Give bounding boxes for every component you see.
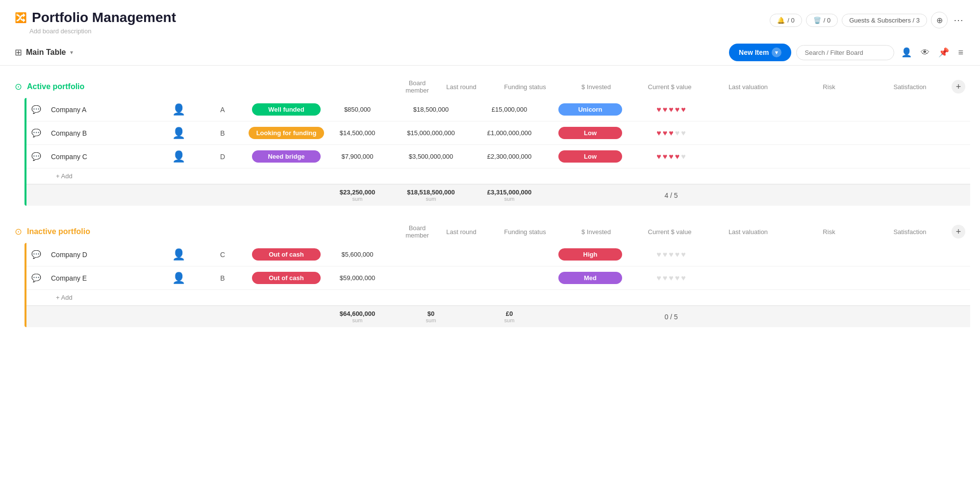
col-valuation-active: Last valuation xyxy=(711,83,785,91)
search-input[interactable] xyxy=(796,45,894,60)
risk-badge: Unicorn xyxy=(558,103,622,116)
inactive-group-toggle[interactable]: ⊙ xyxy=(15,226,22,237)
col-satisfaction-inactive: Satisfaction xyxy=(873,228,947,236)
board-member-cell: 👤 xyxy=(159,103,198,116)
inactive-sum-row: $64,600,000 sum $0 sum £0 sum 0 / 5 xyxy=(26,306,970,327)
active-group-add-column[interactable]: + xyxy=(952,80,965,94)
funding-badge: Out of cash xyxy=(252,248,321,261)
avatar-icon: 👤 xyxy=(172,248,185,261)
eye-icon[interactable]: 👁 xyxy=(919,46,931,60)
col-last-round-active: Last round xyxy=(437,83,486,91)
last-round-cell: B xyxy=(198,274,247,282)
sum-current-active: $18,518,500,000 sum xyxy=(389,189,473,202)
active-group-toggle[interactable]: ⊙ xyxy=(15,81,22,92)
table-row[interactable]: 💬 Company B 👤 B Looking for funding $14,… xyxy=(26,121,970,145)
current-value-cell: $18,500,000 xyxy=(389,106,473,113)
invite-button[interactable]: ⊕ xyxy=(931,12,948,28)
inactive-table: 💬 Company D 👤 C Out of cash $5,600,000 H… xyxy=(25,243,970,327)
new-item-dropdown-icon[interactable]: ▾ xyxy=(772,48,781,57)
risk-cell: High xyxy=(546,248,634,261)
active-add-label: + Add xyxy=(56,172,73,180)
col-invested-active: $ Invested xyxy=(564,83,628,91)
more-button[interactable]: ⋯ xyxy=(952,14,965,26)
toolbar-right: New Item ▾ 👤 👁 📌 ≡ xyxy=(729,44,965,61)
filter-icon[interactable]: ≡ xyxy=(956,46,965,60)
title-row: 🔀 Portfolio Management xyxy=(15,10,176,25)
sum-valuation-inactive: £0 sum xyxy=(473,310,546,323)
heart-icon: ♥ xyxy=(669,105,674,114)
heart-icon: ♥ xyxy=(681,250,686,259)
company-name-cell: Company C xyxy=(46,150,159,164)
notifications-count: / 0 xyxy=(787,17,794,24)
heart-icon: ♥ xyxy=(669,152,674,161)
funding-cell: Out of cash xyxy=(247,272,326,284)
comment-icon[interactable]: 💬 xyxy=(31,152,41,161)
risk-badge: High xyxy=(558,248,622,261)
notifications-button[interactable]: 🔔 / 0 xyxy=(770,14,802,27)
person-icon[interactable]: 👤 xyxy=(899,45,914,60)
current-value-cell: $3,500,000,000 xyxy=(389,153,473,160)
comment-icon[interactable]: 💬 xyxy=(31,128,41,138)
table-row[interactable]: 💬 Company A 👤 A Well funded $850,000 $18… xyxy=(26,98,970,121)
comment-cell: 💬 xyxy=(26,128,46,138)
avatar-icon: 👤 xyxy=(172,272,185,285)
col-last-round-inactive: Last round xyxy=(437,228,486,236)
risk-badge: Low xyxy=(558,127,622,139)
active-table: 💬 Company A 👤 A Well funded $850,000 $18… xyxy=(25,98,970,206)
active-portfolio-group: ⊙ Active portfolio Board member Last rou… xyxy=(10,75,970,206)
heart-icon: ♥ xyxy=(656,274,661,283)
col-invested-inactive: $ Invested xyxy=(564,228,628,236)
invested-cell: $14,500,000 xyxy=(326,129,389,137)
heart-icon: ♥ xyxy=(675,152,680,161)
satisfaction-cell: ♥ ♥ ♥ ♥ ♥ xyxy=(634,105,708,114)
board-member-cell: 👤 xyxy=(159,272,198,285)
inactive-group-add-column[interactable]: + xyxy=(952,225,965,238)
risk-badge: Low xyxy=(558,150,622,163)
table-row[interactable]: 💬 Company D 👤 C Out of cash $5,600,000 H… xyxy=(26,243,970,266)
invite-icon: ⊕ xyxy=(936,16,943,25)
board-member-cell: 👤 xyxy=(159,248,198,261)
last-valuation-cell: £2,300,000,000 xyxy=(473,153,546,160)
funding-cell: Out of cash xyxy=(247,248,326,261)
toolbar: ⊞ Main Table ▾ New Item ▾ 👤 👁 📌 ≡ xyxy=(0,40,980,66)
sum-invested-inactive: $64,600,000 sum xyxy=(326,310,389,323)
inactive-group-header: ⊙ Inactive portfolio Board member Last r… xyxy=(10,220,970,243)
active-add-row[interactable]: + Add xyxy=(26,168,970,184)
sum-satisfaction-inactive: 0 / 5 xyxy=(634,313,708,321)
heart-icon: ♥ xyxy=(663,250,668,259)
satisfaction-cell: ♥ ♥ ♥ ♥ ♥ xyxy=(634,129,708,138)
funding-badge: Well funded xyxy=(252,103,321,116)
guests-button[interactable]: Guests & Subscribers / 3 xyxy=(842,14,927,27)
pin-icon[interactable]: 📌 xyxy=(936,45,951,60)
comment-icon[interactable]: 💬 xyxy=(31,105,41,114)
invested-cell: $5,600,000 xyxy=(326,251,389,258)
satisfaction-cell: ♥ ♥ ♥ ♥ ♥ xyxy=(634,152,708,161)
board-member-cell: 👤 xyxy=(159,127,198,140)
sum-current-inactive: $0 sum xyxy=(389,310,473,323)
col-risk-active: Risk xyxy=(785,83,873,91)
comment-icon[interactable]: 💬 xyxy=(31,250,41,259)
heart-icon: ♥ xyxy=(675,129,680,138)
main-table-label[interactable]: Main Table xyxy=(26,48,66,57)
col-current-active: Current $ value xyxy=(628,83,711,91)
inbox-button[interactable]: 🗑️ / 0 xyxy=(806,14,838,27)
company-name-cell: Company E xyxy=(46,271,159,285)
inactive-portfolio-group: ⊙ Inactive portfolio Board member Last r… xyxy=(10,220,970,327)
comment-icon[interactable]: 💬 xyxy=(31,273,41,283)
comment-cell: 💬 xyxy=(26,250,46,259)
company-name-cell: Company B xyxy=(46,126,159,140)
board-description[interactable]: Add board description xyxy=(29,27,176,35)
col-board-member-inactive: Board member xyxy=(398,224,437,239)
new-item-button[interactable]: New Item ▾ xyxy=(729,44,791,61)
col-satisfaction-active: Satisfaction xyxy=(873,83,947,91)
col-board-member-active: Board member xyxy=(398,79,437,94)
last-round-cell: B xyxy=(198,129,247,137)
avatar-icon: 👤 xyxy=(172,103,185,116)
risk-badge: Med xyxy=(558,272,622,284)
funding-badge: Looking for funding xyxy=(249,127,325,139)
share-icon[interactable]: 🔀 xyxy=(15,12,27,24)
inactive-add-row[interactable]: + Add xyxy=(26,290,970,306)
table-row[interactable]: 💬 Company C 👤 D Need bridge $7,900,000 $… xyxy=(26,145,970,168)
table-chevron-icon[interactable]: ▾ xyxy=(70,49,73,56)
table-row[interactable]: 💬 Company E 👤 B Out of cash $59,000,000 … xyxy=(26,266,970,290)
